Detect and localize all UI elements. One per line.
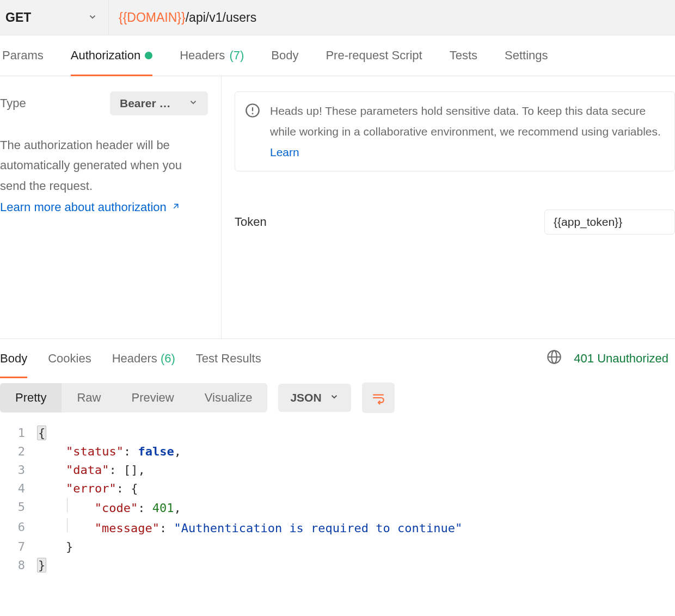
resp-tab-headers-count: (6) xyxy=(161,352,175,366)
banner-learn-link[interactable]: Learn xyxy=(270,146,299,158)
external-link-icon xyxy=(171,200,181,214)
auth-learn-more-label: Learn more about authorization xyxy=(0,200,167,214)
tab-prerequest-label: Pre-request Script xyxy=(326,48,422,63)
request-url-variable: {{DOMAIN}} xyxy=(119,10,186,25)
resp-tab-test-results-label: Test Results xyxy=(196,352,261,366)
active-dot-icon xyxy=(145,52,152,59)
request-tabs: Params Authorization Headers (7) Body Pr… xyxy=(0,35,675,76)
auth-learn-more-link[interactable]: Learn more about authorization xyxy=(0,200,181,214)
tab-authorization-label: Authorization xyxy=(71,48,140,63)
json-bool: false xyxy=(138,445,174,458)
authorization-left-column: Type Bearer … The authorization header w… xyxy=(0,76,222,338)
json-key: "data" xyxy=(66,463,109,477)
indent-guide xyxy=(67,498,68,512)
json-brace-close: } xyxy=(66,540,73,553)
tab-settings[interactable]: Settings xyxy=(505,35,548,76)
view-raw[interactable]: Raw xyxy=(62,383,116,412)
auth-type-select[interactable]: Bearer … xyxy=(110,91,208,115)
http-method-value: GET xyxy=(5,10,31,25)
response-status: 401 Unauthorized xyxy=(574,352,668,366)
sensitive-data-banner: Heads up! These parameters hold sensitiv… xyxy=(235,91,675,171)
tab-headers[interactable]: Headers (7) xyxy=(180,35,244,76)
chevron-down-icon xyxy=(188,97,198,110)
auth-type-label: Type xyxy=(0,96,26,110)
line-number: 8 xyxy=(0,556,37,575)
json-key: "code" xyxy=(95,502,138,515)
view-preview[interactable]: Preview xyxy=(116,383,189,412)
banner-text: Heads up! These parameters hold sensitiv… xyxy=(270,104,661,138)
json-brace-open: { xyxy=(131,482,138,495)
tab-params[interactable]: Params xyxy=(2,35,44,76)
request-url-input[interactable]: {{DOMAIN}}/api/v1/users xyxy=(109,0,675,35)
view-visualize[interactable]: Visualize xyxy=(189,383,268,412)
tab-headers-count: (7) xyxy=(229,48,244,63)
resp-tab-body[interactable]: Body xyxy=(0,339,27,378)
response-view-toolbar: Pretty Raw Preview Visualize JSON xyxy=(0,378,675,420)
svg-point-2 xyxy=(252,113,254,114)
token-value: {{app_token}} xyxy=(554,215,622,228)
response-tabs: Body Cookies Headers (6) Test Results 40… xyxy=(0,339,675,378)
line-number: 4 xyxy=(0,479,37,498)
request-url-path: /api/v1/users xyxy=(186,10,256,25)
auth-description: The authorization header will be automat… xyxy=(0,135,208,196)
tab-body-label: Body xyxy=(271,48,298,63)
resp-tab-body-label: Body xyxy=(0,352,27,366)
view-mode-segment: Pretty Raw Preview Visualize xyxy=(0,383,267,412)
resp-tab-cookies-label: Cookies xyxy=(48,352,91,366)
line-number: 2 xyxy=(0,442,37,461)
response-body-editor[interactable]: 1 { 2 "status": false, 3 "data": [], 4 "… xyxy=(0,420,675,575)
resp-tab-headers[interactable]: Headers (6) xyxy=(112,339,175,378)
line-number: 5 xyxy=(0,498,37,518)
resp-tab-test-results[interactable]: Test Results xyxy=(196,339,261,378)
line-wrap-toggle[interactable] xyxy=(362,383,395,413)
banner-text-wrap: Heads up! These parameters hold sensitiv… xyxy=(270,101,665,162)
tab-prerequest[interactable]: Pre-request Script xyxy=(326,35,422,76)
globe-icon[interactable] xyxy=(547,349,562,368)
line-number: 1 xyxy=(0,424,37,442)
json-brace-close: } xyxy=(37,558,46,572)
json-key: "message" xyxy=(95,521,159,535)
tab-headers-label: Headers xyxy=(180,48,225,63)
chevron-down-icon xyxy=(329,391,339,404)
authorization-panel: Type Bearer … The authorization header w… xyxy=(0,76,675,339)
chevron-down-icon xyxy=(88,10,97,25)
auth-type-row: Type Bearer … xyxy=(0,91,208,115)
resp-tab-cookies[interactable]: Cookies xyxy=(48,339,91,378)
line-number: 6 xyxy=(0,518,37,538)
indent-guide xyxy=(67,518,68,532)
view-pretty[interactable]: Pretty xyxy=(0,383,62,412)
tab-tests-label: Tests xyxy=(450,48,477,63)
tab-body[interactable]: Body xyxy=(271,35,298,76)
response-format-value: JSON xyxy=(290,391,321,404)
info-warning-icon xyxy=(245,101,260,162)
response-status-area: 401 Unauthorized xyxy=(547,349,675,368)
json-string: "Authentication is required to continue" xyxy=(174,521,462,535)
authorization-right-column: Heads up! These parameters hold sensitiv… xyxy=(222,76,675,338)
auth-type-value: Bearer … xyxy=(120,97,170,110)
json-key: "status" xyxy=(66,445,124,458)
response-format-select[interactable]: JSON xyxy=(278,384,351,412)
json-key: "error" xyxy=(66,482,116,495)
line-number: 7 xyxy=(0,538,37,556)
resp-tab-headers-label: Headers xyxy=(112,352,157,366)
http-method-select[interactable]: GET xyxy=(0,0,109,35)
tab-tests[interactable]: Tests xyxy=(450,35,477,76)
token-label: Token xyxy=(235,215,267,229)
json-array: [] xyxy=(124,463,138,477)
tab-authorization[interactable]: Authorization xyxy=(71,35,152,76)
line-number: 3 xyxy=(0,461,37,479)
token-row: Token {{app_token}} xyxy=(235,210,675,235)
json-brace-open: { xyxy=(37,426,46,440)
json-number: 401 xyxy=(152,502,174,515)
tab-params-label: Params xyxy=(2,48,44,63)
tab-settings-label: Settings xyxy=(505,48,548,63)
request-bar: GET {{DOMAIN}}/api/v1/users xyxy=(0,0,675,35)
token-input[interactable]: {{app_token}} xyxy=(544,210,675,235)
